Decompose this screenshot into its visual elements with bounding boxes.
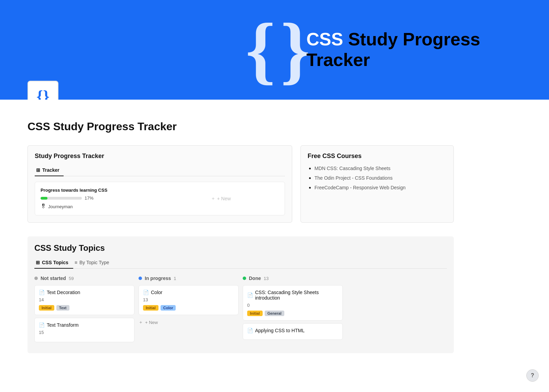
doc-icon: 📄 <box>39 290 45 295</box>
by-topic-type-label: By Topic Type <box>79 260 109 265</box>
col-done: Done 13 📄 CSS: Cascading Style Sheets in… <box>243 276 343 345</box>
plus-icon: ＋ <box>211 195 216 202</box>
tab-css-topics[interactable]: ⊞ CSS Topics <box>34 258 73 269</box>
topics-tab-bar: ⊞ CSS Topics ≡ By Topic Type <box>34 258 447 269</box>
tracker-tab-label: Tracker <box>42 167 59 173</box>
card-number: 0 <box>247 303 338 308</box>
doc-icon: 📄 <box>247 328 253 333</box>
list-icon: ≡ <box>75 260 77 265</box>
progress-label: Progress towards learning CSS <box>41 188 157 193</box>
plus-icon: ＋ <box>139 319 143 325</box>
list-item: FreeCodeCamp - Responsive Web Design <box>315 184 447 191</box>
tag-text: Text <box>56 305 69 311</box>
progress-bar-track <box>41 197 82 200</box>
col-done-header: Done 13 <box>243 276 343 281</box>
card-title-css-intro: 📄 CSS: Cascading Style Sheets introducti… <box>247 290 338 301</box>
tag-initial: Initial <box>143 305 158 311</box>
card-title-text-transform: 📄 Text Transform <box>39 322 130 328</box>
tag-initial: Initial <box>39 305 54 311</box>
mdn-link[interactable]: MDN CSS: Cascading Style Sheets <box>315 166 391 171</box>
banner-title: CSS Study ProgressTracker <box>306 29 480 70</box>
card-number: 14 <box>39 297 130 302</box>
table-row: 📄 Text Transform 15 <box>34 318 134 342</box>
card-title-label: Color <box>151 290 162 295</box>
table-row: 📄 CSS: Cascading Style Sheets introducti… <box>243 285 343 321</box>
banner-background-icon: { } <box>245 0 303 100</box>
tracker-section-title: Study Progress Tracker <box>35 153 285 160</box>
tag-initial: Initial <box>247 311 263 316</box>
card-title-label: Applying CSS to HTML <box>255 328 305 333</box>
new-label: + New <box>217 196 231 201</box>
banner-curly-symbol: { } <box>245 12 303 88</box>
new-label: + New <box>145 320 158 325</box>
tag-color: Color <box>161 305 176 311</box>
col-in-progress: In progress 1 📄 Color 13 Initial Color <box>139 276 239 345</box>
tracker-section: Study Progress Tracker ⊞ Tracker Progres… <box>28 145 292 223</box>
list-item: MDN CSS: Cascading Style Sheets <box>315 165 447 171</box>
col-empty <box>347 276 447 345</box>
col-not-started-header: Not started 59 <box>34 276 134 281</box>
card-title-label: Text Decoration <box>47 290 80 295</box>
courses-list: MDN CSS: Cascading Style Sheets The Odin… <box>308 165 447 191</box>
col-not-started: Not started 59 📄 Text Decoration 14 Init… <box>34 276 134 345</box>
css-topics-label: CSS Topics <box>42 260 68 265</box>
col-not-started-count: 59 <box>69 276 74 281</box>
odin-link[interactable]: The Odin Project - CSS Foundations <box>315 175 393 181</box>
new-button-area[interactable]: ＋ + New <box>163 188 279 210</box>
dot-done <box>243 277 246 280</box>
col-in-progress-label: In progress <box>145 276 171 281</box>
doc-icon: 📄 <box>247 292 253 298</box>
card-title-label: CSS: Cascading Style Sheets introduction <box>255 290 338 301</box>
col-not-started-label: Not started <box>41 276 66 281</box>
two-column-layout: Study Progress Tracker ⊞ Tracker Progres… <box>28 145 454 223</box>
banner: { } CSS Study ProgressTracker {} <box>0 0 549 100</box>
table-row: 📄 Applying CSS to HTML <box>243 323 343 340</box>
courses-section: Free CSS Courses MDN CSS: Cascading Styl… <box>300 145 454 223</box>
topics-section: CSS Study Topics ⊞ CSS Topics ≡ By Topic… <box>28 236 454 353</box>
progress-bar-container: 17% <box>41 195 157 201</box>
page-content: CSS Study Progress Tracker Study Progres… <box>0 100 481 367</box>
tracker-tab[interactable]: ⊞ Tracker <box>35 165 64 176</box>
list-item: The Odin Project - CSS Foundations <box>315 175 447 181</box>
progress-card: Progress towards learning CSS 17% 🎖 Jour… <box>35 182 285 215</box>
card-title-applying-css: 📄 Applying CSS to HTML <box>247 328 338 333</box>
freecodecamp-link[interactable]: FreeCodeCamp - Responsive Web Design <box>315 185 406 190</box>
progress-percent: 17% <box>85 195 94 201</box>
card-title-color: 📄 Color <box>143 290 234 295</box>
badge-emoji: 🎖 <box>41 203 46 210</box>
banner-title-area: CSS Study ProgressTracker <box>306 29 480 70</box>
card-number: 15 <box>39 330 130 335</box>
card-title-label: Text Transform <box>47 322 79 328</box>
courses-section-title: Free CSS Courses <box>308 153 447 160</box>
doc-icon: 📄 <box>39 322 45 328</box>
add-new-button[interactable]: ＋ + New <box>139 318 239 327</box>
badge-label: Journeyman <box>48 204 73 209</box>
page-icon-symbol: {} <box>36 87 50 100</box>
col-done-count: 13 <box>264 276 268 281</box>
badge-row: 🎖 Journeyman <box>41 203 157 210</box>
col-in-progress-count: 1 <box>174 276 176 281</box>
table-row: 📄 Text Decoration 14 Initial Text <box>34 285 134 315</box>
page-icon: {} <box>28 81 58 100</box>
tab-by-topic-type[interactable]: ≡ By Topic Type <box>73 258 114 269</box>
tracker-tab-bar: ⊞ Tracker <box>35 165 285 176</box>
dot-in-progress <box>139 277 142 280</box>
dot-not-started <box>34 277 38 280</box>
doc-icon: 📄 <box>143 290 149 295</box>
banner-css-word: CSS <box>306 29 343 49</box>
page-title: CSS Study Progress Tracker <box>28 120 454 133</box>
progress-bar-fill <box>41 197 47 200</box>
table-row: 📄 Color 13 Initial Color <box>139 285 239 315</box>
tracker-tab-grid-icon: ⊞ <box>36 167 40 173</box>
kanban-board: Not started 59 📄 Text Decoration 14 Init… <box>34 276 447 345</box>
col-done-label: Done <box>249 276 261 281</box>
tag-row: Initial Text <box>39 305 130 311</box>
tag-row: Initial Color <box>143 305 234 311</box>
col-in-progress-header: In progress 1 <box>139 276 239 281</box>
grid-icon: ⊞ <box>36 260 40 265</box>
topics-section-title: CSS Study Topics <box>34 243 447 253</box>
card-title-text-decoration: 📄 Text Decoration <box>39 290 130 295</box>
tag-row: Initial General <box>247 311 338 316</box>
tag-general: General <box>265 311 284 316</box>
card-number: 13 <box>143 297 234 302</box>
